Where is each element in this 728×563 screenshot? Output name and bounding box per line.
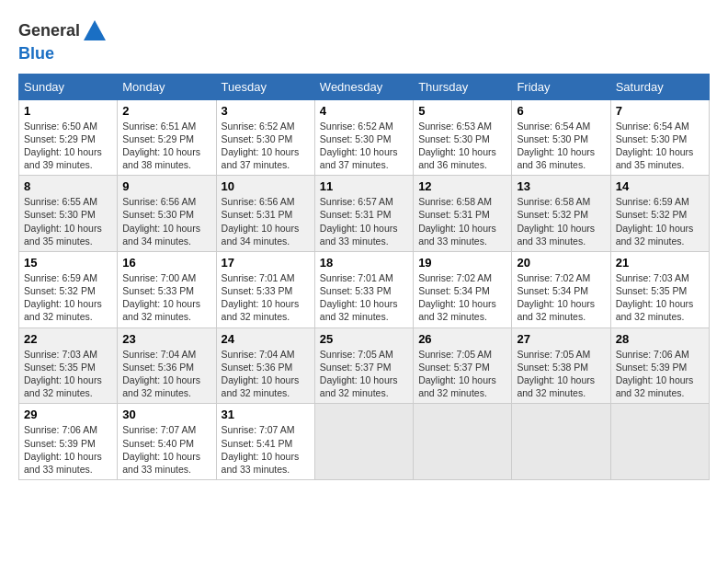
- day-number: 17: [222, 256, 310, 270]
- calendar-cell: 13 Sunrise: 6:58 AMSunset: 5:32 PMDaylig…: [512, 176, 610, 252]
- day-number: 23: [122, 332, 210, 346]
- day-info: Sunrise: 7:01 AMSunset: 5:33 PMDaylight:…: [320, 271, 408, 324]
- day-info: Sunrise: 7:02 AMSunset: 5:34 PMDaylight:…: [517, 271, 605, 324]
- day-number: 21: [616, 256, 704, 270]
- day-info: Sunrise: 7:05 AMSunset: 5:38 PMDaylight:…: [517, 348, 605, 400]
- day-info: Sunrise: 7:03 AMSunset: 5:35 PMDaylight:…: [24, 348, 112, 400]
- calendar-cell: 3 Sunrise: 6:52 AMSunset: 5:30 PMDayligh…: [216, 99, 314, 176]
- day-info: Sunrise: 7:04 AMSunset: 5:36 PMDaylight:…: [122, 348, 210, 400]
- day-number: 9: [122, 179, 210, 193]
- day-info: Sunrise: 7:02 AMSunset: 5:34 PMDaylight:…: [418, 271, 506, 324]
- day-number: 18: [320, 256, 408, 270]
- logo-general: General: [18, 21, 80, 40]
- calendar-cell: 17 Sunrise: 7:01 AMSunset: 5:33 PMDaylig…: [216, 251, 314, 327]
- svg-marker-0: [84, 20, 106, 40]
- day-number: 15: [24, 256, 112, 270]
- calendar-cell: 15 Sunrise: 6:59 AMSunset: 5:32 PMDaylig…: [19, 251, 118, 327]
- day-info: Sunrise: 6:54 AMSunset: 5:30 PMDaylight:…: [517, 120, 605, 172]
- calendar-cell: 9 Sunrise: 6:56 AMSunset: 5:30 PMDayligh…: [118, 176, 216, 252]
- day-number: 20: [517, 256, 605, 270]
- day-number: 25: [320, 332, 408, 346]
- day-number: 27: [517, 332, 605, 346]
- day-number: 19: [418, 256, 506, 270]
- calendar-cell: 22 Sunrise: 7:03 AMSunset: 5:35 PMDaylig…: [19, 327, 118, 404]
- day-number: 1: [24, 104, 112, 118]
- calendar-cell: 4 Sunrise: 6:52 AMSunset: 5:30 PMDayligh…: [314, 99, 413, 176]
- day-info: Sunrise: 6:57 AMSunset: 5:31 PMDaylight:…: [320, 195, 408, 247]
- day-info: Sunrise: 6:56 AMSunset: 5:31 PMDaylight:…: [222, 195, 310, 247]
- day-number: 11: [320, 179, 408, 193]
- day-number: 30: [122, 408, 210, 421]
- calendar-cell: 28 Sunrise: 7:06 AMSunset: 5:39 PMDaylig…: [610, 327, 709, 404]
- calendar-cell: 11 Sunrise: 6:57 AMSunset: 5:31 PMDaylig…: [314, 176, 413, 252]
- day-info: Sunrise: 7:05 AMSunset: 5:37 PMDaylight:…: [320, 348, 408, 400]
- day-number: 10: [222, 179, 310, 193]
- day-number: 8: [24, 179, 112, 193]
- day-info: Sunrise: 6:59 AMSunset: 5:32 PMDaylight:…: [24, 271, 112, 324]
- calendar-cell: 27 Sunrise: 7:05 AMSunset: 5:38 PMDaylig…: [512, 327, 610, 404]
- day-info: Sunrise: 6:56 AMSunset: 5:30 PMDaylight:…: [122, 195, 210, 247]
- logo-icon: [82, 18, 108, 44]
- logo: General Blue: [18, 18, 108, 64]
- day-number: 7: [616, 104, 704, 118]
- day-number: 26: [418, 332, 506, 346]
- day-number: 22: [24, 332, 112, 346]
- logo-blue: Blue: [18, 44, 54, 63]
- calendar-week-1: 1 Sunrise: 6:50 AMSunset: 5:29 PMDayligh…: [19, 99, 710, 176]
- calendar-cell: [314, 404, 413, 480]
- day-number: 4: [320, 104, 408, 118]
- calendar-cell: 25 Sunrise: 7:05 AMSunset: 5:37 PMDaylig…: [314, 327, 413, 404]
- weekday-header-sunday: Sunday: [19, 74, 118, 99]
- day-number: 16: [122, 256, 210, 270]
- day-number: 5: [418, 104, 506, 118]
- calendar-cell: 19 Sunrise: 7:02 AMSunset: 5:34 PMDaylig…: [414, 251, 512, 327]
- calendar-week-3: 15 Sunrise: 6:59 AMSunset: 5:32 PMDaylig…: [19, 251, 710, 327]
- day-number: 13: [517, 179, 605, 193]
- day-info: Sunrise: 6:52 AMSunset: 5:30 PMDaylight:…: [320, 120, 408, 172]
- calendar-cell: 16 Sunrise: 7:00 AMSunset: 5:33 PMDaylig…: [118, 251, 216, 327]
- day-number: 12: [418, 179, 506, 193]
- calendar-table: SundayMondayTuesdayWednesdayThursdayFrid…: [18, 74, 710, 480]
- day-info: Sunrise: 7:07 AMSunset: 5:41 PMDaylight:…: [222, 423, 310, 476]
- calendar-cell: 2 Sunrise: 6:51 AMSunset: 5:29 PMDayligh…: [118, 99, 216, 176]
- calendar-cell: 14 Sunrise: 6:59 AMSunset: 5:32 PMDaylig…: [610, 176, 709, 252]
- page-header: General Blue: [18, 18, 710, 64]
- day-info: Sunrise: 7:06 AMSunset: 5:39 PMDaylight:…: [24, 423, 112, 476]
- calendar-header-row: SundayMondayTuesdayWednesdayThursdayFrid…: [19, 74, 710, 99]
- calendar-week-2: 8 Sunrise: 6:55 AMSunset: 5:30 PMDayligh…: [19, 176, 710, 252]
- day-info: Sunrise: 6:59 AMSunset: 5:32 PMDaylight:…: [616, 195, 704, 247]
- day-number: 28: [616, 332, 704, 346]
- day-info: Sunrise: 6:50 AMSunset: 5:29 PMDaylight:…: [24, 120, 112, 172]
- day-number: 14: [616, 179, 704, 193]
- calendar-body: 1 Sunrise: 6:50 AMSunset: 5:29 PMDayligh…: [19, 99, 710, 479]
- day-info: Sunrise: 6:52 AMSunset: 5:30 PMDaylight:…: [222, 120, 310, 172]
- calendar-cell: 20 Sunrise: 7:02 AMSunset: 5:34 PMDaylig…: [512, 251, 610, 327]
- weekday-header-saturday: Saturday: [610, 74, 709, 99]
- calendar-cell: 29 Sunrise: 7:06 AMSunset: 5:39 PMDaylig…: [19, 404, 118, 480]
- day-info: Sunrise: 7:04 AMSunset: 5:36 PMDaylight:…: [222, 348, 310, 400]
- day-info: Sunrise: 7:01 AMSunset: 5:33 PMDaylight:…: [222, 271, 310, 324]
- day-info: Sunrise: 6:55 AMSunset: 5:30 PMDaylight:…: [24, 195, 112, 247]
- day-number: 24: [222, 332, 310, 346]
- calendar-cell: 5 Sunrise: 6:53 AMSunset: 5:30 PMDayligh…: [414, 99, 512, 176]
- calendar-cell: 24 Sunrise: 7:04 AMSunset: 5:36 PMDaylig…: [216, 327, 314, 404]
- calendar-cell: 7 Sunrise: 6:54 AMSunset: 5:30 PMDayligh…: [610, 99, 709, 176]
- calendar-cell: 31 Sunrise: 7:07 AMSunset: 5:41 PMDaylig…: [216, 404, 314, 480]
- calendar-cell: 12 Sunrise: 6:58 AMSunset: 5:31 PMDaylig…: [414, 176, 512, 252]
- weekday-header-wednesday: Wednesday: [314, 74, 413, 99]
- calendar-cell: 1 Sunrise: 6:50 AMSunset: 5:29 PMDayligh…: [19, 99, 118, 176]
- day-number: 31: [222, 408, 310, 421]
- day-info: Sunrise: 7:00 AMSunset: 5:33 PMDaylight:…: [122, 271, 210, 324]
- day-info: Sunrise: 7:05 AMSunset: 5:37 PMDaylight:…: [418, 348, 506, 400]
- calendar-cell: [414, 404, 512, 480]
- weekday-header-friday: Friday: [512, 74, 610, 99]
- calendar-week-4: 22 Sunrise: 7:03 AMSunset: 5:35 PMDaylig…: [19, 327, 710, 404]
- calendar-cell: 21 Sunrise: 7:03 AMSunset: 5:35 PMDaylig…: [610, 251, 709, 327]
- day-info: Sunrise: 6:53 AMSunset: 5:30 PMDaylight:…: [418, 120, 506, 172]
- day-number: 6: [517, 104, 605, 118]
- calendar-cell: 23 Sunrise: 7:04 AMSunset: 5:36 PMDaylig…: [118, 327, 216, 404]
- calendar-cell: 30 Sunrise: 7:07 AMSunset: 5:40 PMDaylig…: [118, 404, 216, 480]
- day-info: Sunrise: 6:58 AMSunset: 5:31 PMDaylight:…: [418, 195, 506, 247]
- weekday-header-monday: Monday: [118, 74, 216, 99]
- weekday-header-tuesday: Tuesday: [216, 74, 314, 99]
